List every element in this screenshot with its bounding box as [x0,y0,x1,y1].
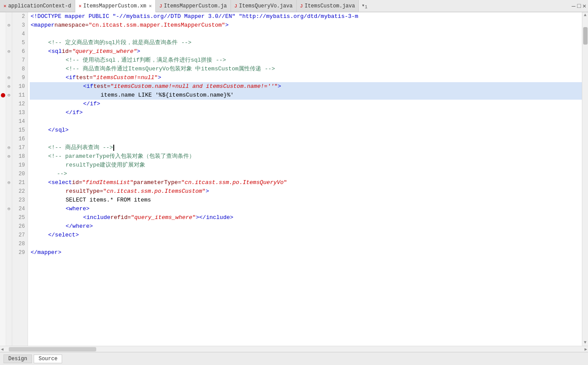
code-editor[interactable]: <!DOCTYPE mapper PUBLIC "-//mybatis.org/… [28,12,582,346]
code-line-19: resultType建议使用扩展对象 [30,161,582,170]
scroll-left-arrow[interactable]: ◀ [0,347,4,352]
fold-16 [6,135,12,143]
margin-line [0,56,6,65]
tab-itemscustom[interactable]: J ItemsCustom.java [297,0,359,12]
line-num-17: 17 [12,143,28,152]
fold-7 [6,56,12,65]
tab-itemsqueryvo[interactable]: J ItemsQueryVo.java [231,0,297,12]
fold-22 [6,187,12,196]
code-line-10: <if test="itemsCustom.name!=null and ite… [30,82,582,91]
xml-icon-active: ✕ [79,3,82,9]
fold-24[interactable]: ⊖ [6,205,12,213]
margin-line [0,38,6,47]
breakpoint-gutter [0,12,6,346]
code-line-18: <!-- parameterType传入包装对象（包装了查询条件） [30,152,582,161]
fold-14 [6,117,12,126]
code-line-28 [30,240,582,248]
tab-close-icon[interactable]: ✕ [149,3,152,9]
code-line-9: <if test="itemsCustom!=null"> [30,73,582,82]
margin-line [0,257,6,266]
design-tab[interactable]: Design [4,355,32,363]
line-num-11: 11 [12,91,28,100]
fold-10[interactable]: ⊖ [6,82,12,91]
line-num-18: 18 [12,152,28,161]
margin-line [0,21,6,30]
margin-line [0,152,6,161]
fold-17[interactable]: ⊖ [6,143,12,152]
tab-applicationcontext[interactable]: ✕ applicationContext-d [0,0,75,12]
fold-18[interactable]: ⊖ [6,152,12,161]
code-line-13: </if> [30,108,582,117]
fold-9[interactable]: ⊖ [6,73,12,82]
tab-label: ItemsQueryVo.java [239,3,292,9]
fold-25 [6,213,12,222]
fold-27 [6,231,12,240]
margin-line [0,126,6,135]
margin-line [0,12,6,21]
line-num-13: 13 [12,108,28,117]
code-line-23: SELECT items.* FROM items [30,196,582,205]
line-num-14: 14 [12,117,28,126]
tab-label: ItemsCustom.java [304,3,355,9]
status-bar: Design Source [0,352,588,365]
margin-line [0,143,6,152]
scroll-thumb[interactable] [583,27,588,45]
code-line-14 [30,117,582,126]
line-num-8: 8 [12,65,28,73]
fold-15 [6,126,12,135]
scroll-down-arrow[interactable]: ▼ [584,340,586,346]
fold-20 [6,170,12,178]
overflow-icon: ▾1 [361,2,367,10]
margin-line [0,205,6,213]
minimize-button[interactable]: — [572,3,575,10]
breakpoint-indicator-10 [0,91,6,100]
scroll-up-arrow[interactable]: ▲ [584,12,586,18]
scroll-right-arrow[interactable]: ▶ [584,347,588,352]
text-cursor [113,145,114,151]
fold-21[interactable]: ⊖ [6,178,12,187]
line-num-4: 4 [12,30,28,38]
margin-line [0,231,6,240]
source-tab[interactable]: Source [34,355,62,363]
code-line-5: <!-- 定义商品查询的sql片段，就是商品查询条件 --> [30,38,582,47]
tab-overflow-button[interactable]: ▾1 [359,0,370,12]
java-icon: J [159,3,162,9]
line-num-28: 28 [12,240,28,248]
line-num-3: 3 [12,21,28,30]
fold-8 [6,65,12,73]
margin-line [0,73,6,82]
code-line-6: <sql id="query_items_where"> [30,47,582,56]
fold-28 [6,240,12,248]
line-num-15: 15 [12,126,28,135]
fold-6[interactable]: ⊖ [6,47,12,56]
code-line-25: <include refid="query_items_where"></inc… [30,213,582,222]
line-num-25: 25 [12,213,28,222]
xml-icon: ✕ [4,3,7,9]
line-num-10: 10 [12,82,28,91]
code-line-7: <!-- 使用动态sql，通过if判断，满足条件进行sql拼接 --> [30,56,582,65]
code-line-2: <!DOCTYPE mapper PUBLIC "-//mybatis.org/… [30,12,582,21]
vertical-scrollbar[interactable]: ▲ ▼ [582,12,588,346]
code-line-24: <where> [30,205,582,213]
maximize-button[interactable]: □ [577,3,581,10]
line-num-21: 21 [12,178,28,187]
line-num-19: 19 [12,161,28,170]
tab-itemsmappercustom-java[interactable]: J ItemsMapperCustom.ja [156,0,231,12]
line-num-23: 23 [12,196,28,205]
margin-line [0,47,6,56]
line-num-9: 9 [12,73,28,82]
line-num-29: 29 [12,248,28,257]
scroll-h-thumb[interactable] [9,347,96,351]
java-icon3: J [300,3,303,9]
margin-line [0,65,6,73]
close-button[interactable]: ✕ [583,2,586,10]
fold-3[interactable]: ⊖ [6,21,12,30]
fold-4 [6,30,12,38]
fold-11[interactable]: ⊖ [6,91,12,100]
horizontal-scrollbar[interactable]: ◀ ▶ [0,346,588,352]
fold-gutter: ⊖ ⊖ ⊖ ⊖ ⊖ ⊖ ⊖ ⊖ ⊖ [6,12,12,346]
margin-line [0,187,6,196]
tab-label-active: ItemsMapperCustom.xm [83,3,146,9]
tab-itemsmappercustom-xml[interactable]: ✕ ItemsMapperCustom.xm ✕ [75,0,156,12]
margin-line [0,170,6,178]
